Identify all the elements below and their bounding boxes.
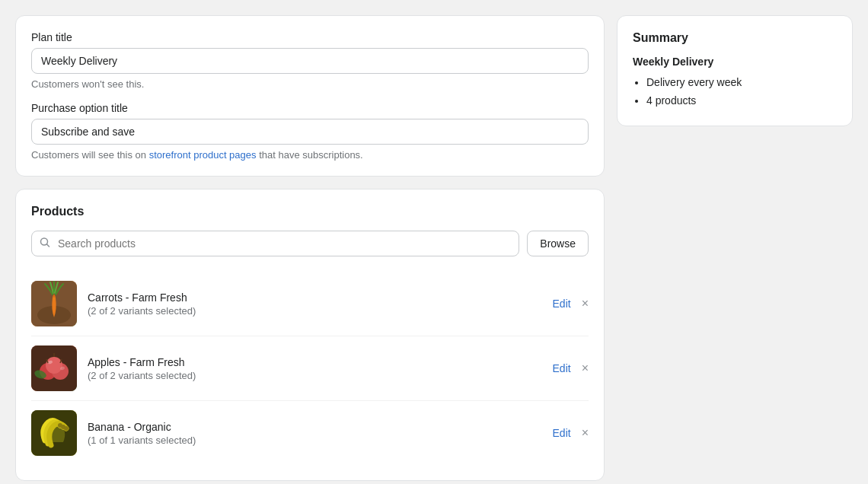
search-icon (39, 237, 51, 251)
sidebar: Summary Weekly Delivery Delivery every w… (617, 15, 853, 481)
remove-banana-button[interactable]: × (582, 427, 589, 439)
purchase-option-help-suffix: that have subscriptions. (257, 149, 363, 161)
product-list: Carrots - Farm Fresh (2 of 2 variants se… (31, 272, 589, 465)
purchase-option-input[interactable] (31, 119, 589, 145)
purchase-option-label: Purchase option title (31, 102, 589, 114)
purchase-option-help: Customers will see this on storefront pr… (31, 149, 589, 161)
product-actions-carrots: Edit × (553, 298, 589, 310)
product-name-banana: Banana - Organic (88, 421, 553, 433)
products-title: Products (31, 205, 589, 218)
summary-plan-name: Weekly Delivery (633, 56, 837, 68)
search-products-input[interactable] (31, 231, 519, 256)
product-thumbnail-carrots (31, 281, 77, 326)
purchase-option-help-prefix: Customers will see this on (31, 149, 149, 161)
edit-banana-link[interactable]: Edit (553, 427, 571, 439)
summary-bullet-1: Delivery every week (646, 74, 837, 92)
product-actions-banana: Edit × (553, 427, 589, 439)
svg-point-17 (64, 426, 69, 431)
product-thumbnail-banana (31, 410, 77, 456)
edit-carrots-link[interactable]: Edit (553, 298, 571, 310)
product-info-banana: Banana - Organic (1 of 1 variants select… (88, 421, 553, 446)
product-item-banana: Banana - Organic (1 of 1 variants select… (31, 400, 589, 465)
product-item-carrots: Carrots - Farm Fresh (2 of 2 variants se… (31, 272, 589, 336)
search-row: Browse (31, 231, 589, 256)
plan-title-input[interactable] (31, 48, 589, 74)
product-info-carrots: Carrots - Farm Fresh (2 of 2 variants se… (88, 291, 553, 317)
remove-apples-button[interactable]: × (582, 362, 589, 374)
summary-list: Delivery every week 4 products (633, 74, 837, 110)
remove-carrots-button[interactable]: × (582, 298, 589, 310)
product-thumbnail-apples (31, 345, 77, 391)
browse-button[interactable]: Browse (527, 231, 589, 256)
product-item-apples: Apples - Farm Fresh (2 of 2 variants sel… (31, 336, 589, 400)
products-card: Products Browse (15, 189, 605, 481)
product-name-carrots: Carrots - Farm Fresh (88, 291, 553, 304)
product-variant-banana: (1 of 1 variants selected) (88, 435, 553, 446)
product-name-apples: Apples - Farm Fresh (88, 356, 553, 368)
plan-title-card: Plan title Customers won't see this. Pur… (15, 15, 605, 177)
summary-card: Summary Weekly Delivery Delivery every w… (617, 15, 853, 126)
summary-bullet-2: 4 products (646, 92, 837, 110)
edit-apples-link[interactable]: Edit (553, 362, 571, 374)
summary-title: Summary (633, 31, 837, 45)
storefront-link[interactable]: storefront product pages (149, 149, 257, 161)
product-variant-carrots: (2 of 2 variants selected) (88, 305, 553, 317)
product-actions-apples: Edit × (553, 362, 589, 374)
plan-title-help: Customers won't see this. (31, 78, 589, 90)
search-wrap (31, 231, 519, 256)
product-info-apples: Apples - Farm Fresh (2 of 2 variants sel… (88, 356, 553, 381)
svg-point-7 (46, 357, 62, 374)
product-variant-apples: (2 of 2 variants selected) (88, 370, 553, 381)
plan-title-label: Plan title (31, 31, 589, 43)
svg-line-1 (46, 244, 49, 247)
